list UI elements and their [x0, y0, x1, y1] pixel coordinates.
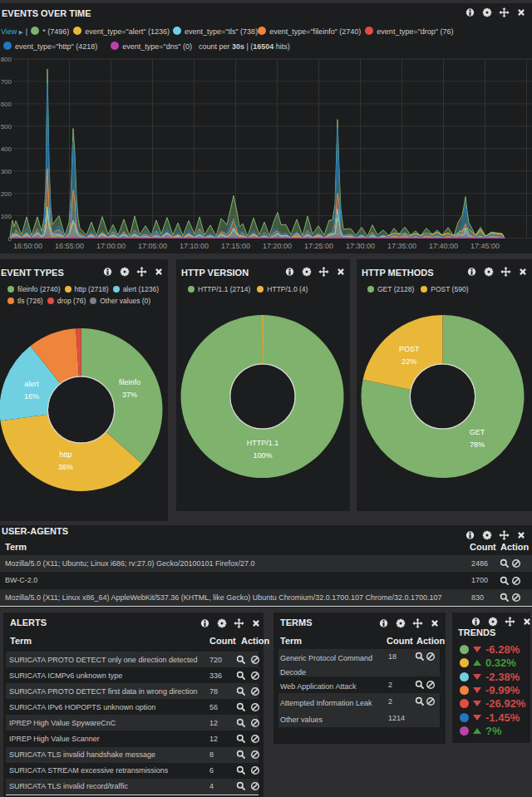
svg-text:17:00:00: 17:00:00	[96, 242, 126, 250]
svg-text:17:40:00: 17:40:00	[429, 242, 458, 250]
svg-text:17:30:00: 17:30:00	[346, 242, 375, 250]
svg-text:100: 100	[1, 213, 12, 220]
svg-text:fileinfo: fileinfo	[119, 378, 140, 386]
svg-text:17:20:00: 17:20:00	[263, 242, 292, 250]
svg-text:alert: alert	[24, 380, 39, 388]
svg-text:http: http	[59, 450, 71, 459]
svg-text:GET: GET	[470, 428, 485, 436]
svg-text:16:55:00: 16:55:00	[55, 242, 84, 250]
svg-text:HTTP/1.1: HTTP/1.1	[247, 439, 279, 447]
svg-text:16%: 16%	[24, 392, 39, 401]
svg-text:17:15:00: 17:15:00	[221, 242, 250, 250]
svg-text:78%: 78%	[470, 440, 485, 449]
svg-text:0: 0	[8, 235, 12, 243]
svg-text:17:45:00: 17:45:00	[470, 242, 500, 250]
svg-text:400: 400	[1, 145, 12, 153]
svg-text:16:50:00: 16:50:00	[13, 242, 42, 250]
svg-text:800: 800	[1, 56, 12, 63]
svg-text:300: 300	[1, 168, 12, 175]
svg-text:100%: 100%	[253, 451, 272, 460]
svg-text:37%: 37%	[122, 391, 137, 399]
svg-text:17:35:00: 17:35:00	[387, 242, 416, 250]
svg-text:17:10:00: 17:10:00	[180, 242, 209, 250]
svg-text:700: 700	[1, 78, 12, 86]
svg-text:22%: 22%	[401, 357, 416, 366]
svg-text:POST: POST	[399, 345, 420, 353]
svg-text:17:25:00: 17:25:00	[304, 242, 333, 250]
svg-text:500: 500	[1, 123, 12, 130]
svg-text:36%: 36%	[58, 463, 73, 471]
svg-text:200: 200	[1, 190, 12, 198]
svg-text:600: 600	[1, 101, 12, 108]
svg-text:17:05:00: 17:05:00	[138, 242, 167, 250]
